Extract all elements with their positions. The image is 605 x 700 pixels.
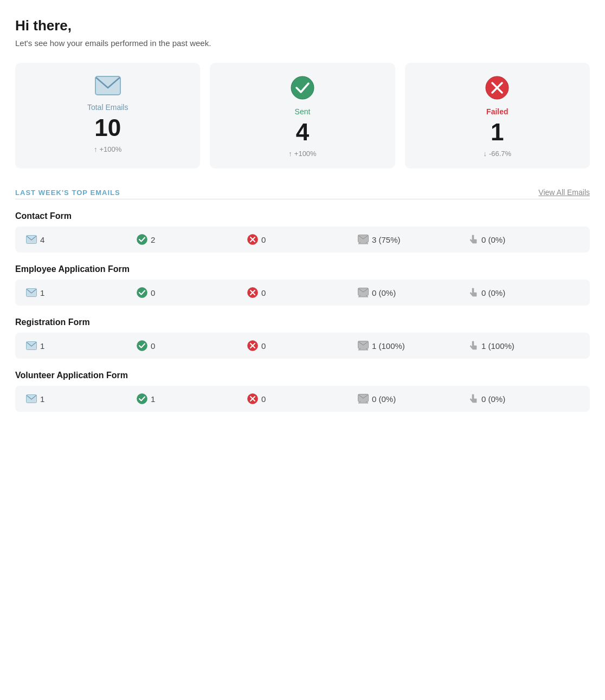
greeting-title: Hi there, [15,17,590,34]
email-stat-total: 4 [26,235,137,244]
email-stat-clicked: 0 (0%) [468,234,579,245]
arrow-down-icon: ↓ [483,150,487,158]
stats-row: Total Emails 10 ↑ +100% Sent 4 ↑ +100% [15,63,590,168]
email-row: 4 2 0 [15,226,590,252]
email-group: Volunteer Application Form 1 1 [15,371,590,412]
email-stat-opened: 1 (100%) [358,341,468,351]
stat-label-sent: Sent [295,107,311,116]
stat-card-sent: Sent 4 ↑ +100% [210,63,395,168]
x-circle-icon [485,76,509,102]
email-stat-clicked: 0 (0%) [468,393,579,404]
section-title: LAST WEEK'S TOP EMAILS [15,189,120,197]
svg-point-20 [137,341,147,351]
stat-change-total: ↑ +100% [94,145,121,153]
email-stat-total: 1 [26,341,137,351]
email-stat-sent: 0 [137,287,247,298]
email-row: 1 1 0 [15,386,590,412]
greeting-subtitle: Let's see how your emails performed in t… [15,38,590,48]
email-stat-failed: 0 [247,340,358,351]
email-group-title: Registration Form [15,317,590,327]
svg-point-1 [291,76,314,99]
email-group-title: Contact Form [15,211,590,221]
email-row: 1 0 0 [15,280,590,306]
email-stat-total: 1 [26,394,137,404]
stat-number-sent: 4 [296,120,309,144]
email-stat-sent: 2 [137,234,247,245]
svg-point-6 [137,235,147,245]
email-stat-opened: 0 (0%) [358,394,468,404]
stat-change-sent: ↑ +100% [288,150,316,158]
section-header: LAST WEEK'S TOP EMAILS View All Emails [15,188,590,197]
arrow-up-icon: ↑ [94,145,98,153]
email-stat-opened: 0 (0%) [358,288,468,297]
email-icon [95,76,121,98]
stat-card-failed: Failed 1 ↓ -66.7% [405,63,590,168]
stat-number-failed: 1 [491,120,504,144]
email-stat-failed: 0 [247,287,358,298]
email-group-title: Volunteer Application Form [15,371,590,380]
email-stat-sent: 1 [137,393,247,404]
email-group: Employee Application Form 1 0 [15,264,590,306]
stat-number-total: 10 [94,116,121,140]
stat-label-failed: Failed [486,107,508,116]
email-stat-total: 1 [26,288,137,297]
stat-label-total: Total Emails [87,103,128,112]
email-group: Registration Form 1 0 [15,317,590,359]
stat-change-failed: ↓ -66.7% [483,150,511,158]
view-all-emails-link[interactable]: View All Emails [538,188,590,197]
email-group-title: Employee Application Form [15,264,590,274]
email-stat-sent: 0 [137,340,247,351]
svg-point-27 [137,394,147,404]
email-groups-container: Contact Form 4 2 [15,211,590,412]
email-stat-clicked: 1 (100%) [468,340,579,351]
email-stat-failed: 0 [247,393,358,404]
email-group: Contact Form 4 2 [15,211,590,252]
section-divider [15,199,590,199]
email-row: 1 0 0 [15,333,590,359]
email-stat-clicked: 0 (0%) [468,287,579,298]
check-circle-icon [291,76,314,102]
email-stat-opened: 3 (75%) [358,235,468,244]
svg-rect-0 [95,76,120,95]
arrow-up-icon-sent: ↑ [288,150,292,158]
email-stat-failed: 0 [247,234,358,245]
stat-card-total: Total Emails 10 ↑ +100% [15,63,200,168]
svg-point-13 [137,288,147,298]
